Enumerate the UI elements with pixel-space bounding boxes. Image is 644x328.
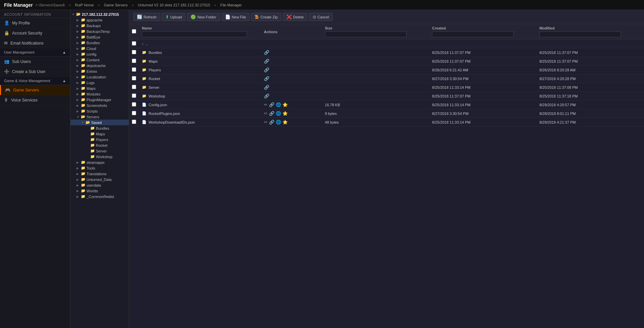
globe-icon[interactable]: 🌐	[276, 111, 281, 116]
tree-item-unturned-data[interactable]: ▶📁Unturned_Data	[70, 177, 129, 182]
tree-item-maps[interactable]: 📁Maps	[70, 131, 129, 137]
tree-root[interactable]: ▼ 📂 217.182.112.32:27015	[70, 11, 129, 17]
row-checkbox[interactable]	[132, 67, 136, 72]
cancel-button[interactable]: ⊘ Cancel	[309, 13, 333, 21]
row-checkbox[interactable]	[132, 41, 136, 46]
tree-item-extras[interactable]: ▶📁Extras	[70, 68, 129, 74]
link-icon[interactable]: 🔗	[264, 76, 269, 81]
row-checkbox[interactable]	[132, 76, 136, 80]
globe-icon[interactable]: 🌐	[276, 102, 281, 107]
filter-modified-input[interactable]	[539, 31, 621, 37]
sidebar-item-account-security[interactable]: 🔒 Account Security	[0, 28, 70, 38]
new-file-button[interactable]: 📄 New File	[221, 13, 250, 21]
refresh-button[interactable]: 🔄 Refresh	[133, 13, 160, 21]
tree-item-tools[interactable]: ▶📁Tools	[70, 165, 129, 171]
link-icon[interactable]: 🔗	[264, 59, 269, 64]
tree-item-backupstemp[interactable]: ▶📁BackupsTemp	[70, 28, 129, 34]
tree-item-rocket[interactable]: 📁Rocket	[70, 142, 129, 148]
sidebar-item-my-profile[interactable]: 👤 My Profile	[0, 18, 70, 28]
tree-item-players[interactable]: 📁Players	[70, 137, 129, 142]
row-checkbox[interactable]	[132, 85, 136, 89]
tree-item-depotcache[interactable]: ▶📁depotcache	[70, 63, 129, 68]
sidebar-item-create-sub-user[interactable]: ➕ Create a Sub User	[0, 67, 70, 77]
globe-icon[interactable]: 🌐	[276, 120, 281, 125]
delete-button[interactable]: ❌ Delete	[283, 13, 308, 21]
tree-item-saved[interactable]: ▼📂Saved	[70, 120, 129, 125]
file-tree[interactable]: ▼ 📂 217.182.112.32:27015 ▶📁appcache▶📁Bac…	[70, 10, 129, 328]
filter-created-input[interactable]	[432, 31, 514, 37]
tree-item-localization[interactable]: ▶📁Localization	[70, 74, 129, 80]
select-all-checkbox[interactable]	[132, 29, 136, 34]
tree-item-steamapps[interactable]: ▶📁steamapps	[70, 159, 129, 165]
link-icon[interactable]: 🔗	[269, 111, 274, 116]
row-checkbox[interactable]	[132, 59, 136, 63]
tree-item-logs[interactable]: ▶📁Logs	[70, 80, 129, 85]
tree-item-content[interactable]: ▶📁Content	[70, 57, 129, 63]
row-checkbox[interactable]	[132, 93, 136, 98]
tree-item-screenshots[interactable]: ▶📁Screenshots	[70, 103, 129, 108]
tree-item-config[interactable]: ▶📁config	[70, 51, 129, 57]
file-table-wrap[interactable]: Name Actions Size Created	[129, 24, 644, 328]
upload-button[interactable]: ⬆ Upload	[162, 13, 186, 21]
row-name-cell[interactable]: 📁Players	[139, 66, 261, 74]
tree-item-pluginmanager[interactable]: ▶📁PluginManager	[70, 97, 129, 103]
tree-item-bundles[interactable]: 📁Bundles	[70, 125, 129, 131]
tree-item-backups[interactable]: ▶📁Backups	[70, 23, 129, 28]
newfile-icon: 📄	[225, 14, 230, 19]
row-name-cell[interactable]: 📁Bundles	[139, 48, 261, 57]
tree-item--commonredist[interactable]: ▶📁_CommonRedist	[70, 194, 129, 199]
tree-item-servers[interactable]: ▼📂Servers	[70, 114, 129, 120]
game-voice-header[interactable]: Game & Voice Management ▲	[0, 77, 70, 85]
star-icon[interactable]: ⭐	[282, 120, 288, 125]
row-name-cell[interactable]: 📁Maps	[139, 57, 261, 66]
row-name-cell[interactable]: 📁Server	[139, 83, 261, 92]
filter-size-input[interactable]	[325, 31, 407, 37]
row-name-cell[interactable]: ↑..	[139, 40, 261, 48]
filter-name-input[interactable]	[142, 31, 247, 37]
link-icon[interactable]: 🔗	[264, 93, 269, 99]
edit-icon[interactable]: ✏	[264, 102, 268, 107]
row-checkbox[interactable]	[132, 120, 136, 124]
row-name-cell[interactable]: 📄RocketPlugins.json	[139, 109, 261, 118]
link-icon[interactable]: 🔗	[264, 85, 269, 90]
tree-item-scripts[interactable]: ▶📁Scripts	[70, 108, 129, 114]
sidebar-item-email-notifications[interactable]: ✉ Email Notifications	[0, 38, 70, 48]
tree-item-maps[interactable]: ▶📁Maps	[70, 85, 129, 91]
tree-item-bundles[interactable]: ▶📁Bundles	[70, 40, 129, 46]
tree-item-battleye[interactable]: ▶📁BattlEye	[70, 34, 129, 40]
star-icon[interactable]: ⭐	[282, 111, 288, 116]
link-icon[interactable]: 🔗	[269, 120, 274, 125]
star-icon[interactable]: ⭐	[282, 102, 288, 107]
create-zip-button[interactable]: 🗜 Create Zip	[251, 13, 281, 21]
tree-item-appcache[interactable]: ▶📁appcache	[70, 17, 129, 23]
folder-icon: 📁	[81, 177, 86, 182]
new-folder-button[interactable]: 🟢 New Folder	[187, 13, 220, 21]
breadcrumb-server[interactable]: Unturned V2 10 slots 217.182.112.32:2701…	[138, 3, 210, 7]
breadcrumb-gameservers[interactable]: Game Servers	[104, 3, 128, 7]
sidebar-item-sub-users[interactable]: 👥 Sub Users	[0, 57, 70, 67]
row-name-cell[interactable]: 📁Workshop	[139, 92, 261, 101]
tree-item-userdata[interactable]: ▶📁userdata	[70, 182, 129, 188]
tree-item-cloud[interactable]: ▶📁Cloud	[70, 46, 129, 51]
breadcrumb-ruip[interactable]: RuiP Home	[75, 3, 94, 7]
tree-item-modules[interactable]: ▶📁Modules	[70, 91, 129, 97]
row-checkbox[interactable]	[132, 102, 136, 107]
sidebar-item-voice-services[interactable]: 🎙 Voice Services	[0, 95, 70, 105]
link-icon[interactable]: 🔗	[264, 67, 269, 72]
link-icon[interactable]: 🔗	[269, 102, 274, 107]
tree-item-translations[interactable]: ▶📁Translations	[70, 171, 129, 177]
row-name-cell[interactable]: 📄Config.json	[139, 101, 261, 109]
row-checkbox[interactable]	[132, 50, 136, 54]
tree-item-server[interactable]: 📁Server	[70, 148, 129, 154]
row-name-cell[interactable]: 📄WorkshopDownloadIDs.json	[139, 118, 261, 127]
tree-item-workshop[interactable]: 📁Workshop	[70, 154, 129, 159]
edit-icon[interactable]: ✏	[264, 111, 268, 116]
link-icon[interactable]: 🔗	[264, 50, 269, 55]
row-checkbox[interactable]	[132, 111, 136, 115]
row-name-cell[interactable]: 📁Rocket	[139, 74, 261, 83]
breadcrumb-filemanager[interactable]: File Manager	[220, 3, 242, 7]
tree-item-worlds[interactable]: ▶📁Worlds	[70, 188, 129, 194]
sidebar-item-game-servers[interactable]: 🎮 Game Servers	[0, 85, 70, 95]
user-management-header[interactable]: User Management ▲	[0, 48, 70, 57]
edit-icon[interactable]: ✏	[264, 120, 268, 125]
